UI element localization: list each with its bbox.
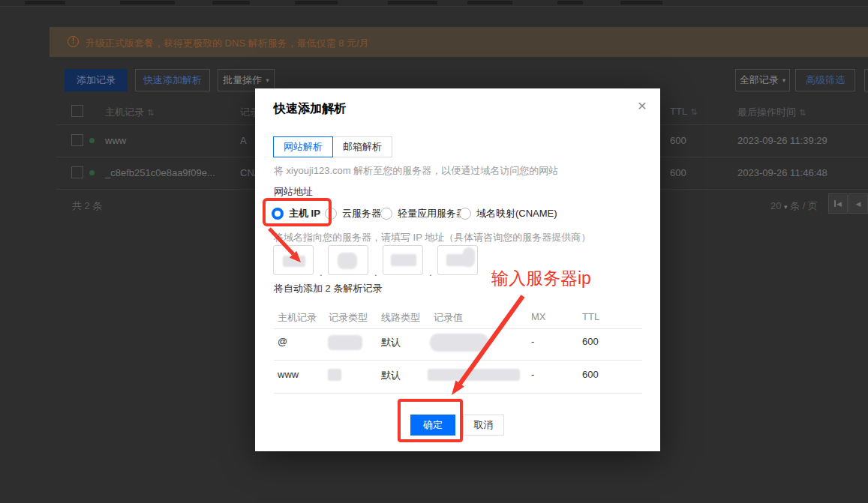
radio-icon <box>380 208 392 220</box>
preview-header-line: 线路类型 <box>381 311 420 325</box>
ip-octet-input-3[interactable] <box>383 245 423 275</box>
cell-ttl: 600 <box>670 135 686 146</box>
top-nav-item[interactable] <box>120 1 175 4</box>
cell-lastop: 2023-09-26 11:46:48 <box>737 167 827 178</box>
dialog-description: 将 xiyouji123.com 解析至您的服务器，以便通过域名访问您的网站 <box>274 164 558 178</box>
radio-label: 轻量应用服务器 <box>398 207 466 220</box>
column-header-lastop[interactable]: 最后操作时间⇅ <box>737 106 806 119</box>
column-header-host[interactable]: 主机记录⇅ <box>105 106 154 119</box>
add-record-button[interactable]: 添加记录 <box>65 69 128 91</box>
preview-header-host: 主机记录 <box>278 311 317 325</box>
page-size-unit: 条 / 页 <box>790 200 818 211</box>
info-icon: ! <box>68 36 79 47</box>
annotation-box-confirm <box>398 399 463 442</box>
page-size-dropdown[interactable]: 20 ▾ 条 / 页 <box>770 199 818 213</box>
preview-header-type: 记录类型 <box>329 311 368 325</box>
cell-host: www <box>105 135 126 146</box>
radio-label: 云服务器 <box>342 207 381 220</box>
ip-dot-separator: . <box>374 267 377 278</box>
redacted-value <box>283 256 305 267</box>
first-page-icon: ◀ <box>836 200 842 208</box>
batch-operations-label: 批量操作 <box>223 73 262 87</box>
row-checkbox[interactable] <box>71 166 83 178</box>
record-filter-label: 全部记录 <box>740 73 779 87</box>
ip-octet-input-1[interactable] <box>273 245 314 275</box>
chevron-down-icon: ▾ <box>266 76 269 84</box>
annotation-text-enter-server-ip: 输入服务器ip <box>491 267 591 290</box>
divider <box>274 393 642 394</box>
column-header-lastop-label: 最后操作时间 <box>737 106 796 118</box>
preview-cell-ttl: 600 <box>582 369 599 380</box>
radio-cname-mapping[interactable]: 域名映射(CNAME) <box>459 207 557 220</box>
cell-type: A <box>240 135 247 146</box>
sort-icon[interactable]: ⇅ <box>147 108 154 117</box>
preview-cell-mx: - <box>531 369 534 380</box>
redacted-value <box>391 254 416 266</box>
annotation-box-host-ip <box>263 198 332 226</box>
status-dot <box>89 170 95 175</box>
divider <box>274 360 642 361</box>
radio-label: 域名映射(CNAME) <box>476 207 557 220</box>
sort-icon[interactable]: ⇅ <box>799 108 806 117</box>
ip-dot-separator: . <box>429 267 432 278</box>
preview-cell-host: @ <box>278 336 287 347</box>
banner-text: 升级正式版套餐，获得更极致的 DNS 解析服务，最低仅需 8 元/月 <box>86 37 369 50</box>
prev-page-icon: ◀ <box>856 200 861 208</box>
cell-lastop: 2023-09-26 11:39:29 <box>737 135 827 146</box>
radio-icon <box>459 208 471 220</box>
cell-host: _c8efb251c0e8aa9f09e... <box>105 167 215 178</box>
cell-ttl: 600 <box>670 167 686 178</box>
top-nav-item[interactable] <box>388 1 437 4</box>
top-nav-bar <box>0 0 868 7</box>
redacted-value <box>328 369 341 381</box>
chevron-down-icon: ▾ <box>784 203 788 211</box>
preview-cell-mx: - <box>531 336 534 347</box>
top-nav-item[interactable] <box>212 1 250 4</box>
preview-cell-host: www <box>278 369 299 380</box>
auto-add-note: 将自动添加 2 条解析记录 <box>274 282 382 295</box>
top-nav-item[interactable] <box>295 1 338 4</box>
chevron-down-icon: ▾ <box>782 76 786 84</box>
preview-header-mx: MX <box>531 311 546 322</box>
tab-website-resolution[interactable]: 网站解析 <box>273 136 333 157</box>
ip-dot-separator: . <box>320 267 323 278</box>
upgrade-banner: ! 升级正式版套餐，获得更极致的 DNS 解析服务，最低仅需 8 元/月 <box>50 27 868 57</box>
status-dot <box>89 138 95 143</box>
dialog-title: 快速添加解析 <box>274 101 346 117</box>
divider <box>274 328 642 329</box>
toolbar-edge-button[interactable] <box>864 69 868 91</box>
ip-hint-text: 将域名指向您的服务器，请填写 IP 地址（具体请咨询您的服务器提供商） <box>274 231 590 244</box>
radio-cloud-server[interactable]: 云服务器 <box>325 207 381 220</box>
prev-page-button[interactable]: ◀ <box>848 193 868 214</box>
column-header-host-label: 主机记录 <box>105 106 144 118</box>
advanced-filter-button[interactable]: 高级筛选 <box>795 69 855 91</box>
redacted-value <box>428 369 520 381</box>
sort-icon[interactable]: ⇅ <box>690 107 697 116</box>
redacted-value <box>328 335 362 350</box>
close-icon[interactable]: × <box>638 97 647 113</box>
top-nav-item[interactable] <box>467 1 512 4</box>
quick-add-resolution-button[interactable]: 快速添加解析 <box>135 69 210 91</box>
redacted-value <box>463 247 475 267</box>
redacted-value <box>430 334 488 352</box>
preview-cell-line: 默认 <box>381 336 401 349</box>
column-header-ttl[interactable]: TTL⇅ <box>670 106 697 117</box>
app-root: ! 升级正式版套餐，获得更极致的 DNS 解析服务，最低仅需 8 元/月 添加记… <box>0 0 868 503</box>
radio-lighthouse-server[interactable]: 轻量应用服务器 <box>380 207 466 220</box>
top-nav-item[interactable] <box>557 1 583 4</box>
select-all-checkbox[interactable] <box>71 105 83 117</box>
cancel-button[interactable]: 取消 <box>463 415 504 436</box>
column-header-ttl-label: TTL <box>670 106 687 117</box>
tab-mail-resolution[interactable]: 邮箱解析 <box>332 136 392 157</box>
preview-header-ttl: TTL <box>582 311 599 322</box>
quick-add-dialog: 快速添加解析 × 网站解析 邮箱解析 将 xiyouji123.com 解析至您… <box>255 88 660 451</box>
first-page-button[interactable]: ◀ <box>828 193 848 214</box>
record-filter-dropdown[interactable]: 全部记录 ▾ <box>735 69 790 91</box>
ip-octet-input-2[interactable] <box>328 245 368 275</box>
top-nav-item[interactable] <box>25 1 65 4</box>
top-nav-item[interactable] <box>620 1 662 4</box>
first-page-icon <box>834 200 836 207</box>
row-checkbox[interactable] <box>71 134 83 146</box>
preview-header-value: 记录值 <box>434 311 463 325</box>
preview-cell-ttl: 600 <box>582 336 599 347</box>
